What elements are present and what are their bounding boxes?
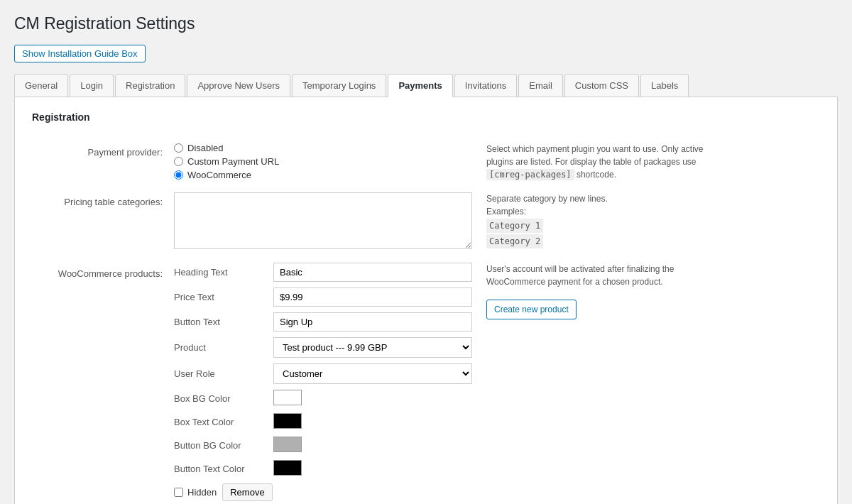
create-new-product-link[interactable]: Create new product — [486, 300, 577, 319]
box-bg-color-value — [273, 390, 472, 407]
price-text-value — [273, 287, 472, 307]
pricing-table-content — [174, 192, 472, 251]
payment-provider-options: Disabled Custom Payment URL WooCommerce — [174, 143, 472, 180]
radio-custom-payment-url-label: Custom Payment URL — [187, 156, 279, 167]
pricing-table-help-title: Separate category by new lines. — [486, 192, 608, 205]
button-bg-color-swatch[interactable] — [273, 437, 302, 452]
button-text-color-row: Button Text Color — [174, 460, 472, 478]
radio-woocommerce[interactable]: WooCommerce — [174, 170, 472, 180]
payment-provider-shortcode: [cmreg-packages] — [486, 169, 574, 180]
tab-approve-new-users[interactable]: Approve New Users — [187, 74, 290, 97]
payment-provider-help: Select which payment plugin you want to … — [486, 143, 728, 181]
tab-email[interactable]: Email — [518, 74, 563, 97]
payment-provider-label: Payment provider: — [32, 143, 174, 160]
product-select[interactable]: Test product --- 9.99 GBP — [273, 337, 472, 358]
woocommerce-products-label: WooCommerce products: — [32, 263, 174, 281]
payment-provider-help2: shortcode. — [577, 170, 616, 180]
heading-text-row: Heading Text — [174, 263, 472, 282]
button-text-row: Button Text — [174, 312, 472, 332]
pricing-table-help: Separate category by new lines. Examples… — [486, 192, 608, 249]
product-row: Product Test product --- 9.99 GBP — [174, 337, 472, 358]
pricing-table-cat1: Category 1 — [486, 219, 543, 233]
button-text-value — [273, 312, 472, 332]
box-bg-color-label: Box BG Color — [174, 393, 273, 404]
button-bg-color-value — [273, 437, 472, 454]
pricing-table-textarea[interactable] — [174, 192, 472, 249]
pricing-table-row: Pricing table categories: Separate categ… — [32, 192, 820, 251]
user-role-row: User Role Customer — [174, 363, 472, 384]
user-role-value: Customer — [273, 363, 472, 384]
hidden-row: Hidden Remove — [174, 483, 472, 501]
button-bg-color-label: Button BG Color — [174, 440, 273, 451]
payment-provider-help-text: Select which payment plugin you want to … — [486, 144, 704, 167]
pricing-table-cat2: Category 2 — [486, 234, 543, 248]
hidden-label-text: Hidden — [187, 487, 217, 498]
pricing-table-help-examples: Examples: — [486, 205, 608, 218]
woocommerce-products-help: User's account will be activated after f… — [486, 263, 728, 319]
price-text-row: Price Text — [174, 287, 472, 307]
payment-provider-radio-group: Disabled Custom Payment URL WooCommerce — [174, 143, 472, 180]
button-bg-color-row: Button BG Color — [174, 437, 472, 454]
price-text-input[interactable] — [273, 287, 472, 307]
radio-custom-payment-url-input[interactable] — [174, 157, 183, 166]
tab-labels[interactable]: Labels — [640, 74, 689, 97]
install-guide-button[interactable]: Show Installation Guide Box — [14, 45, 146, 62]
box-bg-color-swatch[interactable] — [273, 390, 302, 405]
heading-text-value — [273, 263, 472, 282]
box-text-color-swatch[interactable] — [273, 413, 302, 429]
tab-invitations[interactable]: Invitations — [454, 74, 518, 97]
woo-products-table: Heading Text Price Text Button Text — [174, 263, 472, 504]
payments-panel: Registration Payment provider: Disabled … — [14, 97, 838, 504]
tab-general[interactable]: General — [14, 74, 68, 97]
tab-temporary-logins[interactable]: Temporary Logins — [292, 74, 386, 97]
woocommerce-products-help-text: User's account will be activated after f… — [486, 263, 728, 288]
heading-text-label: Heading Text — [174, 267, 273, 278]
tab-registration[interactable]: Registration — [115, 74, 185, 97]
box-text-color-label: Box Text Color — [174, 417, 273, 427]
panel-title: Registration — [32, 111, 820, 128]
product-value: Test product --- 9.99 GBP — [273, 337, 472, 358]
tab-login[interactable]: Login — [70, 74, 114, 97]
radio-disabled[interactable]: Disabled — [174, 143, 472, 153]
button-text-label: Button Text — [174, 317, 273, 327]
tabs-nav: General Login Registration Approve New U… — [14, 74, 838, 97]
page-title: CM Registration Settings — [14, 14, 838, 33]
product-label: Product — [174, 342, 273, 353]
hidden-checkbox[interactable] — [174, 488, 183, 497]
remove-button[interactable]: Remove — [222, 483, 272, 501]
box-text-color-value — [273, 413, 472, 431]
button-text-color-label: Button Text Color — [174, 464, 273, 474]
box-bg-color-row: Box BG Color — [174, 390, 472, 407]
radio-custom-payment-url[interactable]: Custom Payment URL — [174, 156, 472, 167]
button-text-input[interactable] — [273, 312, 472, 332]
tab-payments[interactable]: Payments — [388, 74, 452, 97]
radio-woocommerce-label: WooCommerce — [187, 170, 251, 180]
button-text-color-value — [273, 460, 472, 478]
hidden-label[interactable]: Hidden — [174, 487, 217, 498]
radio-disabled-input[interactable] — [174, 143, 183, 153]
radio-disabled-label: Disabled — [187, 143, 224, 153]
woocommerce-products-content: Heading Text Price Text Button Text — [174, 263, 472, 504]
button-text-color-swatch[interactable] — [273, 460, 302, 476]
pricing-table-label: Pricing table categories: — [32, 192, 174, 209]
tab-custom-css[interactable]: Custom CSS — [564, 74, 639, 97]
payment-provider-row: Payment provider: Disabled Custom Paymen… — [32, 143, 820, 181]
heading-text-input[interactable] — [273, 263, 472, 282]
woocommerce-products-row: WooCommerce products: Heading Text Price… — [32, 263, 820, 504]
radio-woocommerce-input[interactable] — [174, 170, 183, 180]
box-text-color-row: Box Text Color — [174, 413, 472, 431]
price-text-label: Price Text — [174, 292, 273, 302]
user-role-label: User Role — [174, 368, 273, 379]
user-role-select[interactable]: Customer — [273, 363, 472, 384]
